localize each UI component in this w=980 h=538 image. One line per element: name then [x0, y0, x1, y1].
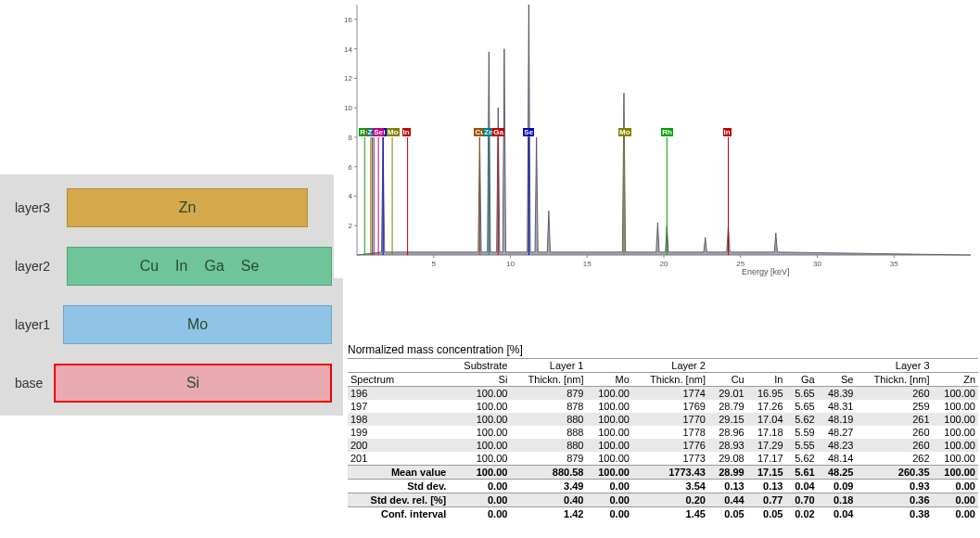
x-axis-label: Energy [keV]: [742, 267, 790, 276]
element-se: Se: [241, 258, 260, 275]
table-body: 196100.00879100.00177429.0116.955.6548.3…: [348, 387, 978, 466]
svg-text:14: 14: [344, 45, 352, 54]
element-marker-mo: Mo: [387, 128, 400, 136]
layer2-label: layer2: [11, 259, 67, 274]
table-header-cols: SpectrumSiThickn. [nm]MoThickn. [nm]CuIn…: [348, 373, 978, 387]
layer1-row: layer1 Mo: [11, 299, 332, 350]
table-row: 198100.00880100.00177029.1517.045.6248.1…: [348, 413, 978, 426]
element-zn: Zn: [179, 199, 197, 216]
svg-text:10: 10: [344, 104, 352, 112]
table-row: 197100.00878100.00176928.7917.265.6548.3…: [348, 400, 978, 413]
spectrum-chart: 5101520253035246810121416 Energy [keV] R…: [334, 0, 980, 278]
element-cu: Cu: [140, 258, 159, 275]
svg-text:35: 35: [890, 260, 898, 268]
layer-stack: layer3 Zn layer2 Cu In Ga Se layer1 Mo b…: [0, 174, 343, 416]
table-title: Normalized mass concentration [%]: [348, 343, 978, 356]
svg-text:20: 20: [660, 260, 668, 268]
table-row: 201100.00879100.00177329.0817.175.6248.1…: [348, 452, 978, 466]
element-si: Si: [186, 375, 199, 391]
svg-text:30: 30: [813, 260, 821, 268]
base-row: base Si: [11, 357, 332, 408]
element-marker-rh: Rh: [661, 128, 673, 136]
element-mo: Mo: [187, 316, 208, 333]
element-marker-se: Se: [373, 128, 384, 136]
table-stat-row: Mean value100.00880.58100.001773.4328.99…: [348, 466, 978, 480]
layer2-bar: Cu In Ga Se: [67, 247, 332, 286]
table-row: 196100.00879100.00177429.0116.955.6548.3…: [348, 387, 978, 401]
element-marker-se: Se: [523, 128, 534, 136]
element-marker-in: In: [723, 128, 732, 136]
element-ga: Ga: [204, 258, 223, 275]
table-stat-row: Std dev. rel. [%]0.000.400.000.200.440.7…: [348, 493, 978, 507]
chart-svg: 5101520253035246810121416: [334, 0, 980, 278]
svg-text:6: 6: [349, 163, 353, 172]
svg-text:12: 12: [344, 74, 352, 83]
element-in: In: [175, 258, 187, 275]
table-stat-row: Conf. interval0.001.420.001.450.050.050.…: [348, 507, 978, 521]
layer2-row: layer2 Cu In Ga Se: [11, 240, 332, 291]
results-table: Normalized mass concentration [%] Substr…: [348, 343, 978, 520]
svg-text:4: 4: [349, 192, 353, 200]
base-label: base: [11, 376, 54, 391]
element-marker-ga: Ga: [492, 128, 504, 136]
table-row: 200100.00880100.00177628.9317.295.5548.2…: [348, 439, 978, 452]
table-row: 199100.00888100.00177828.9617.185.5948.2…: [348, 426, 978, 439]
table-stats: Mean value100.00880.58100.001773.4328.99…: [348, 466, 978, 521]
table-header-groups: SubstrateLayer 1Layer 2Layer 3: [348, 359, 978, 373]
base-bar: Si: [54, 364, 332, 403]
layer1-bar: Mo: [63, 305, 332, 344]
element-marker-mo: Mo: [618, 128, 631, 136]
layer1-label: layer1: [11, 317, 63, 332]
svg-text:16: 16: [344, 16, 352, 24]
element-marker-in: In: [402, 128, 411, 136]
data-table: SubstrateLayer 1Layer 2Layer 3 SpectrumS…: [348, 358, 978, 520]
layer3-label: layer3: [11, 200, 67, 215]
svg-text:15: 15: [583, 260, 592, 268]
table-stat-row: Std dev.0.003.490.003.540.130.130.040.09…: [348, 480, 978, 493]
layer3-bar: Zn: [67, 188, 308, 227]
svg-text:10: 10: [506, 260, 515, 268]
svg-text:5: 5: [432, 260, 437, 268]
svg-text:2: 2: [349, 222, 353, 230]
svg-text:8: 8: [349, 134, 353, 142]
layer3-row: layer3 Zn: [11, 182, 332, 233]
